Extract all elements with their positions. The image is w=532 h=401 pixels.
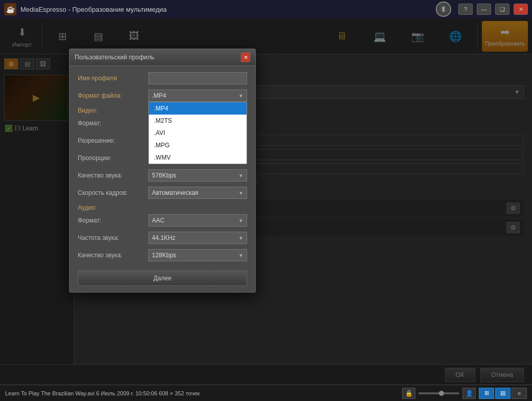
video-format-label: Формат: — [78, 120, 144, 127]
frame-rate-row: Скорость кадров: Автоматическая ▼ — [78, 187, 247, 199]
audio-freq-arrow: ▼ — [238, 235, 243, 241]
status-icon-btn-1[interactable]: 🔒 — [402, 388, 415, 399]
status-icon-btn-2[interactable]: 👤 — [462, 388, 476, 399]
format-option-m2ts[interactable]: .M2TS — [149, 115, 247, 127]
status-slider[interactable] — [418, 392, 459, 394]
profile-name-label: Имя профиля — [78, 75, 144, 82]
audio-quality-value: 576Kbps — [152, 172, 176, 179]
audio-format-label: Формат: — [78, 217, 144, 224]
custom-profile-dialog: Пользовательский профиль ✕ Имя профиля Ф… — [69, 49, 256, 293]
dialog-title: Пользовательский профиль — [75, 54, 154, 61]
file-format-select[interactable]: .MP4 ▼ — [148, 90, 247, 102]
format-dropdown: .MP4 .M2TS .AVI .MPG .WMV — [148, 102, 247, 164]
dialog-titlebar: Пользовательский профиль ✕ — [70, 49, 255, 66]
view-mode-detail[interactable]: ≡ — [512, 388, 527, 399]
format-option-mp4[interactable]: .MP4 — [149, 102, 247, 115]
audio-quality2-arrow: ▼ — [238, 253, 243, 258]
status-text: Learn To Play The Brazilian Way.avi 6 Ию… — [5, 390, 396, 396]
close-button[interactable]: ✕ — [514, 4, 528, 15]
audio-quality2-select[interactable]: 128Kbps ▼ — [148, 249, 247, 261]
audio-freq-value: 44.1KHz — [152, 234, 175, 241]
format-option-wmv[interactable]: .WMV — [149, 151, 247, 164]
frame-rate-value: Автоматическая — [152, 189, 198, 196]
profile-name-row: Имя профиля — [78, 72, 247, 84]
audio-format-select[interactable]: AAC ▼ — [148, 214, 247, 227]
file-format-value: .MP4 — [152, 92, 166, 99]
audio-freq-label: Частота звука: — [78, 234, 144, 241]
titlebar: ☕ MediaEspresso - Преобразование мультим… — [0, 0, 532, 18]
audio-format-row: Формат: AAC ▼ — [78, 214, 247, 227]
audio-quality2-row: Качество звука: 128Kbps ▼ — [78, 249, 247, 261]
statusbar: Learn To Play The Brazilian Way.avi 6 Ию… — [0, 385, 532, 401]
format-dropdown-arrow: ▼ — [238, 93, 243, 99]
audio-format-arrow: ▼ — [238, 218, 243, 224]
status-controls: 🔒 👤 ⊞ ▤ ≡ — [402, 388, 527, 399]
frame-rate-label: Скорость кадров: — [78, 189, 144, 196]
file-format-select-wrap: .MP4 ▼ .MP4 .M2TS .AVI .MPG .WMV — [148, 90, 247, 102]
audio-quality2-label: Качество звука: — [78, 252, 144, 259]
frame-rate-arrow: ▼ — [238, 190, 243, 196]
view-mode-grid[interactable]: ⊞ — [479, 388, 494, 399]
audio-quality-select[interactable]: 576Kbps ▼ — [148, 169, 247, 182]
dialog-close-button[interactable]: ✕ — [241, 53, 250, 62]
resolution-label: Разрешение: — [78, 137, 144, 144]
view-mode-btns: ⊞ ▤ ≡ — [479, 388, 527, 399]
aspect-label: Пропорции: — [78, 154, 144, 162]
audio-section-label: Аудио: — [78, 204, 247, 211]
audio-format-value: AAC — [152, 217, 165, 224]
restore-button[interactable]: ❑ — [495, 4, 509, 15]
audio-quality-arrow: ▼ — [238, 173, 243, 179]
format-option-mpg[interactable]: .MPG — [149, 139, 247, 151]
audio-quality-row: Качество звука: 576Kbps ▼ — [78, 169, 247, 182]
dialog-body: Имя профиля Формат файла: .MP4 ▼ .MP4 .M… — [70, 66, 255, 292]
audio-freq-row: Частота звука: 44.1KHz ▼ — [78, 232, 247, 244]
next-button[interactable]: Далее — [78, 271, 247, 286]
format-option-avi[interactable]: .AVI — [149, 127, 247, 139]
audio-quality-label: Качество звука: — [78, 172, 144, 179]
audio-freq-select[interactable]: 44.1KHz ▼ — [148, 232, 247, 244]
app-title: MediaEspresso - Преобразование мультимед… — [20, 6, 432, 13]
app-icon: ☕ — [4, 3, 16, 15]
upload-button[interactable]: ⬆ — [436, 2, 451, 17]
minimize-button[interactable]: — — [477, 4, 491, 15]
file-format-label: Формат файла: — [78, 92, 144, 99]
help-button[interactable]: ? — [458, 4, 473, 15]
audio-quality2-value: 128Kbps — [152, 252, 176, 259]
frame-rate-select[interactable]: Автоматическая ▼ — [148, 187, 247, 199]
view-mode-list[interactable]: ▤ — [495, 388, 511, 399]
profile-name-input[interactable] — [148, 72, 247, 84]
file-format-row: Формат файла: .MP4 ▼ .MP4 .M2TS .AVI .MP… — [78, 90, 247, 102]
